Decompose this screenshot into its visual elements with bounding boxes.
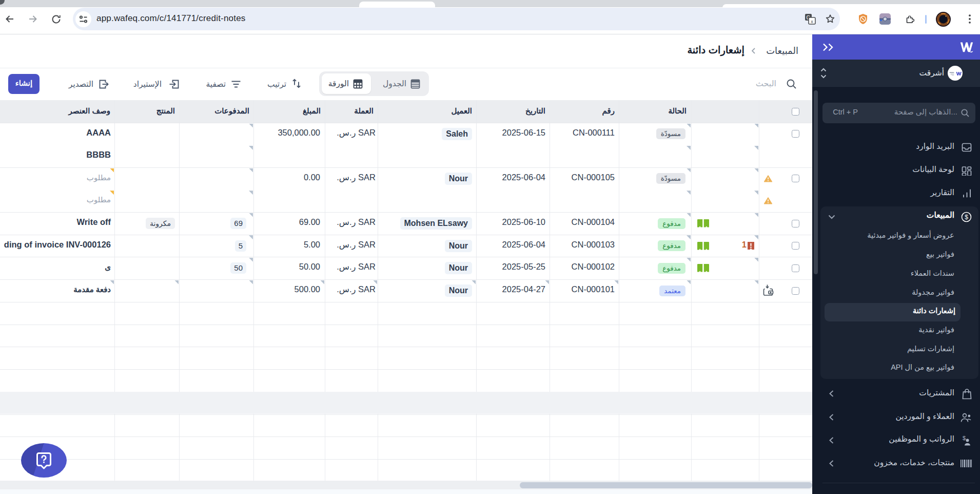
svg-text:$: $ xyxy=(963,435,966,441)
svg-text:x: x xyxy=(811,19,813,24)
svg-text:$: $ xyxy=(965,214,968,221)
